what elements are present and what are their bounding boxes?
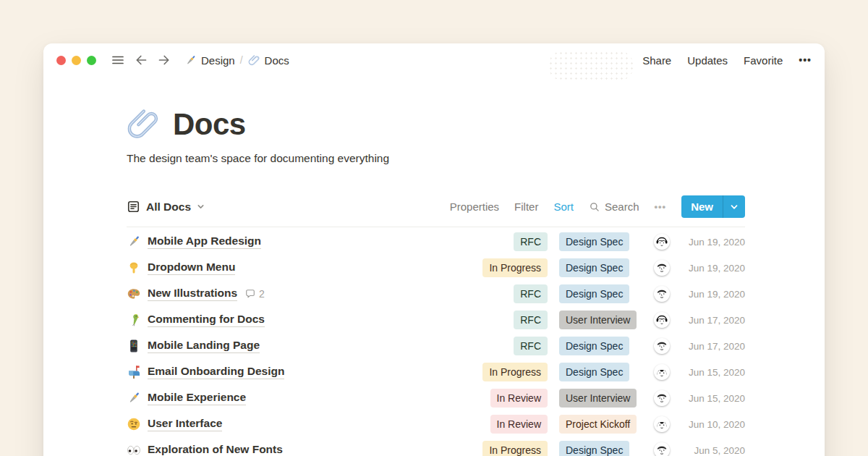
table-row[interactable]: Commenting for Docs RFC User Interview J… <box>127 307 745 333</box>
edited-date: Jun 19, 2020 <box>676 237 745 248</box>
toolbar-tools: Properties Filter Sort Search ••• New <box>450 195 745 218</box>
edited-date: Jun 17, 2020 <box>676 341 745 352</box>
favorite-button[interactable]: Favorite <box>744 54 783 67</box>
type-tag: Design Spec <box>559 363 629 381</box>
type-tag: Design Spec <box>559 337 629 355</box>
doc-title-link[interactable]: Mobile Experience <box>148 391 246 405</box>
breadcrumb-item-design[interactable]: Design <box>184 54 235 67</box>
blurred-placeholder <box>548 51 634 81</box>
status-tag: RFC <box>514 337 548 355</box>
table-row[interactable]: Email Onboarding Design In Progress Desi… <box>127 359 745 385</box>
avatar <box>654 260 670 276</box>
page-header: Docs <box>127 107 745 142</box>
new-dropdown-button[interactable] <box>723 195 745 218</box>
doc-title-link[interactable]: Exploration of New Fonts <box>148 443 283 456</box>
doc-emoji-icon <box>127 261 141 275</box>
avatar <box>654 390 670 406</box>
breadcrumb-item-docs[interactable]: Docs <box>248 54 289 67</box>
breadcrumb-label: Docs <box>265 54 289 67</box>
doc-title-link[interactable]: Dropdown Menu <box>148 261 235 275</box>
doc-title-link[interactable]: Commenting for Docs <box>148 313 265 327</box>
back-arrow-icon[interactable] <box>134 53 148 67</box>
edited-date: Jun 17, 2020 <box>676 315 745 326</box>
close-window-button[interactable] <box>56 56 66 65</box>
avatar <box>654 364 670 380</box>
table-row[interactable]: New Illustrations 2 RFC Design Spec Jun … <box>127 281 745 307</box>
search-button[interactable]: Search <box>589 200 639 213</box>
breadcrumb: Design / Docs <box>184 54 289 67</box>
table-row[interactable]: Exploration of New Fonts In Progress Des… <box>127 437 745 456</box>
status-tag: In Progress <box>482 258 548 277</box>
doc-title-link[interactable]: Email Onboarding Design <box>148 365 284 379</box>
doc-title-link[interactable]: New Illustrations <box>148 287 237 301</box>
page-title: Docs <box>173 107 246 142</box>
doc-title-link[interactable]: Mobile Landing Page <box>148 339 260 353</box>
status-tag: In Progress <box>482 441 548 456</box>
sidebar-menu-icon[interactable] <box>111 53 125 67</box>
window-topbar: Design / Docs Share Updates Favorite ••• <box>43 43 825 77</box>
doc-title-link[interactable]: User Interface <box>148 417 222 431</box>
list-view-icon <box>127 200 140 214</box>
doc-emoji-icon <box>127 235 141 249</box>
table-row[interactable]: User Interface In Review Project Kickoff… <box>127 411 745 437</box>
docs-table: Mobile App Redesign RFC Design Spec Jun … <box>127 229 745 456</box>
toolbar-more-icon[interactable]: ••• <box>655 201 667 212</box>
paintbrush-icon <box>184 54 197 67</box>
table-row[interactable]: Mobile App Redesign RFC Design Spec Jun … <box>127 229 745 255</box>
view-selector[interactable]: All Docs <box>127 200 205 214</box>
paperclip-icon <box>248 54 260 67</box>
avatar <box>654 312 670 328</box>
new-button[interactable]: New <box>681 195 723 218</box>
traffic-lights <box>56 56 96 65</box>
chevron-down-icon <box>197 203 205 211</box>
doc-emoji-icon <box>127 391 141 405</box>
properties-button[interactable]: Properties <box>450 200 499 213</box>
minimize-window-button[interactable] <box>72 56 81 65</box>
edited-date: Jun 10, 2020 <box>676 419 745 430</box>
doc-emoji-icon <box>127 339 141 353</box>
search-icon <box>589 201 600 213</box>
status-tag: In Review <box>490 389 548 408</box>
table-row[interactable]: Mobile Experience In Review User Intervi… <box>127 385 745 411</box>
status-tag: RFC <box>514 311 548 329</box>
avatar <box>654 442 670 456</box>
table-row[interactable]: Mobile Landing Page RFC Design Spec Jun … <box>127 333 745 359</box>
more-options-icon[interactable]: ••• <box>799 54 812 66</box>
chevron-down-icon <box>730 203 739 211</box>
comment-count: 2 <box>259 288 265 300</box>
comment-bubble-icon <box>244 288 256 300</box>
status-tag: RFC <box>514 232 548 251</box>
search-label: Search <box>605 200 639 213</box>
type-tag: Design Spec <box>559 232 629 251</box>
status-tag: In Review <box>490 415 548 434</box>
doc-emoji-icon <box>127 443 141 456</box>
app-window: Design / Docs Share Updates Favorite •••… <box>43 43 825 456</box>
status-tag: RFC <box>514 284 548 303</box>
edited-date: Jun 19, 2020 <box>676 263 745 274</box>
doc-emoji-icon <box>127 313 141 327</box>
avatar <box>654 338 670 354</box>
breadcrumb-label: Design <box>201 54 235 67</box>
type-tag: Design Spec <box>559 258 629 277</box>
doc-title-link[interactable]: Mobile App Redesign <box>148 235 261 249</box>
edited-date: Jun 5, 2020 <box>676 445 745 456</box>
topbar-actions: Share Updates Favorite ••• <box>642 54 812 67</box>
forward-arrow-icon[interactable] <box>157 53 171 67</box>
type-tag: User Interview <box>559 389 637 408</box>
page-subtitle: The design team's space for documenting … <box>127 152 745 165</box>
edited-date: Jun 15, 2020 <box>676 367 745 378</box>
type-tag: User Interview <box>559 311 637 329</box>
updates-button[interactable]: Updates <box>687 54 728 67</box>
share-button[interactable]: Share <box>642 54 671 67</box>
filter-button[interactable]: Filter <box>514 200 538 213</box>
avatar <box>654 416 670 432</box>
type-tag: Design Spec <box>559 441 629 456</box>
doc-emoji-icon <box>127 287 141 301</box>
doc-emoji-icon <box>127 365 141 379</box>
view-label: All Docs <box>146 200 191 214</box>
zoom-window-button[interactable] <box>87 56 96 65</box>
paperclip-icon <box>127 107 161 142</box>
sort-button[interactable]: Sort <box>553 200 574 213</box>
doc-emoji-icon <box>127 417 141 431</box>
table-row[interactable]: Dropdown Menu In Progress Design Spec Ju… <box>127 255 745 281</box>
